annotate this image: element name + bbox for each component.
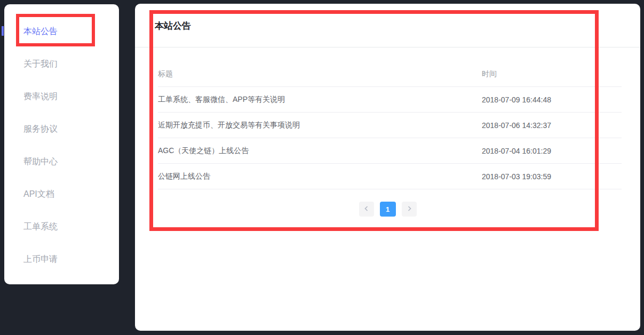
announcements-table: 标题 时间 工单系统、客服微信、APP等有关说明 2018-07-09 16:4… <box>158 61 622 189</box>
sidebar-item-about-us[interactable]: 关于我们 <box>4 47 119 80</box>
announcement-time: 2018-07-09 16:44:48 <box>482 95 622 104</box>
announcement-time: 2018-07-04 16:01:29 <box>482 147 622 155</box>
sidebar-item-help-center[interactable]: 帮助中心 <box>4 145 119 178</box>
announcement-time: 2018-07-06 14:32:37 <box>482 121 622 130</box>
active-item-indicator <box>2 26 4 36</box>
sidebar-item-coin-listing[interactable]: 上币申请 <box>4 243 119 275</box>
announcement-title: 公链网上线公告 <box>158 172 482 181</box>
sidebar-item-api-docs[interactable]: API文档 <box>4 178 119 210</box>
title-divider <box>135 47 640 47</box>
sidebar-item-announcements[interactable]: 本站公告 <box>4 15 119 47</box>
pagination: 1 <box>135 202 640 217</box>
pagination-page-1-button[interactable]: 1 <box>380 202 396 217</box>
sidebar-item-fee-schedule[interactable]: 费率说明 <box>4 80 119 113</box>
table-row[interactable]: AGC（天使之链）上线公告 2018-07-04 16:01:29 <box>158 138 622 164</box>
pagination-prev-button[interactable] <box>359 202 374 217</box>
announcement-time: 2018-07-03 19:03:59 <box>482 172 622 181</box>
announcement-title: 工单系统、客服微信、APP等有关说明 <box>158 95 482 105</box>
sidebar: 本站公告 关于我们 费率说明 服务协议 帮助中心 API文档 工单系统 上币申请 <box>4 4 119 284</box>
column-header-title: 标题 <box>158 69 482 79</box>
table-row[interactable]: 公链网上线公告 2018-07-03 19:03:59 <box>158 164 622 189</box>
sidebar-item-service-agreement[interactable]: 服务协议 <box>4 113 119 145</box>
chevron-right-icon <box>406 204 412 214</box>
table-row[interactable]: 工单系统、客服微信、APP等有关说明 2018-07-09 16:44:48 <box>158 87 622 113</box>
sidebar-item-ticket-system[interactable]: 工单系统 <box>4 210 119 243</box>
pagination-next-button[interactable] <box>402 202 417 217</box>
table-header-row: 标题 时间 <box>158 61 622 87</box>
announcement-title: 近期开放充提币、开放交易等有关事项说明 <box>158 121 482 130</box>
column-header-time: 时间 <box>482 69 622 79</box>
announcements-panel: 本站公告 标题 时间 工单系统、客服微信、APP等有关说明 2018-07-09… <box>135 4 640 331</box>
chevron-left-icon <box>363 204 370 214</box>
table-row[interactable]: 近期开放充提币、开放交易等有关事项说明 2018-07-06 14:32:37 <box>158 113 622 138</box>
page-title: 本站公告 <box>155 20 191 33</box>
announcement-title: AGC（天使之链）上线公告 <box>158 146 482 156</box>
